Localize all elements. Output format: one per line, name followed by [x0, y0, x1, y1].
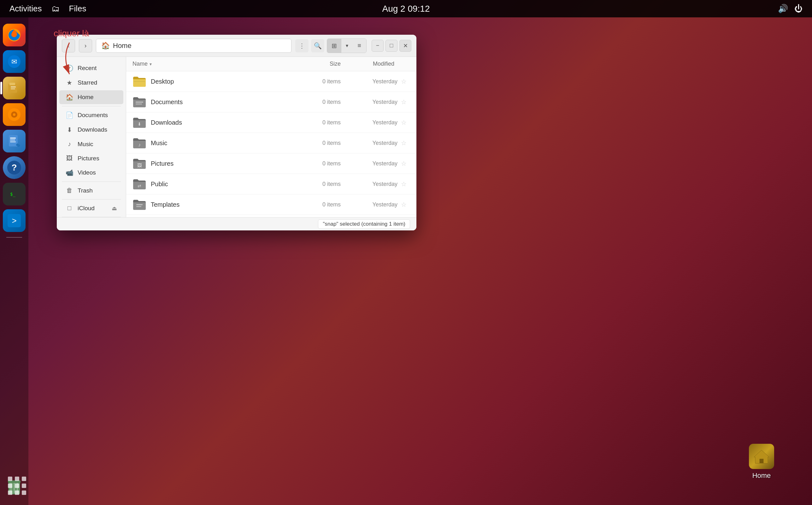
star-desktop[interactable]: ☆ [397, 77, 410, 85]
folder-icon-documents [132, 95, 147, 109]
file-row-music[interactable]: ♪ Music 0 items Yesterday ☆ [126, 133, 417, 153]
grid-view-button[interactable]: ⊞ [327, 39, 341, 53]
eject-icon[interactable]: ⏏ [112, 205, 117, 212]
svg-text:>: > [12, 216, 16, 225]
pictures-icon: 🖼 [66, 155, 73, 162]
file-manager-window: ‹ › 🏠 Home ⋮ 🔍 ⊞ ▾ ≡ [57, 35, 417, 230]
svg-rect-28 [136, 104, 142, 105]
file-modified-downloads: Yesterday [347, 119, 397, 126]
star-pictures[interactable]: ☆ [397, 160, 410, 167]
sidebar-item-trash[interactable]: 🗑 Trash [59, 184, 123, 197]
file-row-downloads[interactable]: ⬇ Downloads 0 items Yesterday ☆ [126, 112, 417, 133]
menu-button[interactable]: ⋮ [295, 39, 308, 52]
apps-grid-button[interactable] [8, 477, 27, 496]
file-modified-desktop: Yesterday [347, 78, 397, 85]
trash-icon: 🗑 [66, 187, 73, 194]
recent-icon: 🕐 [66, 64, 73, 72]
sidebar-label-music: Music [78, 141, 93, 148]
starred-icon: ★ [66, 79, 73, 87]
sidebar-item-music[interactable]: ♪ Music [59, 137, 123, 151]
file-modified-public: Yesterday [347, 181, 397, 187]
sidebar-item-home[interactable]: 🏠 Home [59, 90, 123, 104]
close-icon: ✕ [403, 42, 408, 49]
window-controls: − □ ✕ [371, 40, 412, 52]
sidebar-label-videos: Videos [78, 169, 96, 176]
dock-item-thunderbird[interactable]: ✉ [3, 50, 26, 73]
documents-icon: 📄 [66, 112, 73, 119]
search-button[interactable]: 🔍 [311, 39, 324, 52]
star-music[interactable]: ☆ [397, 139, 410, 147]
minimize-button[interactable]: − [371, 40, 383, 52]
topbar: Activities 🗂 Files Aug 2 09:12 🔊 ⏻ [0, 0, 812, 17]
power-icon[interactable]: ⏻ [794, 4, 803, 14]
dock-item-vscode[interactable]: > [3, 209, 26, 232]
volume-icon[interactable]: 🔊 [778, 4, 788, 14]
sidebar-label-recent: Recent [78, 65, 96, 72]
file-row-public[interactable]: ⇄ Public 0 items Yesterday ☆ [126, 174, 417, 194]
file-row-documents[interactable]: Documents 0 items Yesterday ☆ [126, 92, 417, 112]
minimize-icon: − [376, 42, 379, 49]
star-public[interactable]: ☆ [397, 180, 410, 188]
dock-item-firefox[interactable] [3, 24, 26, 46]
file-size-desktop: 0 items [303, 78, 347, 85]
location-bar[interactable]: 🏠 Home [96, 39, 291, 53]
music-icon: ♪ [66, 141, 73, 148]
sidebar-item-starred[interactable]: ★ Starred [59, 76, 123, 90]
file-name-templates: Templates [151, 201, 303, 208]
file-name-music: Music [151, 140, 303, 147]
svg-rect-33 [136, 204, 143, 205]
file-row-videos[interactable]: ▶ Videos 0 items Yesterday ☆ [126, 215, 417, 217]
svg-text:⇄: ⇄ [138, 183, 141, 188]
close-button[interactable]: ✕ [399, 40, 412, 52]
folder-icon: 🗂 [51, 4, 60, 14]
svg-text:♪: ♪ [138, 142, 141, 147]
files-label[interactable]: Files [69, 4, 86, 14]
dock-item-rhythmbox[interactable] [3, 103, 26, 126]
svg-rect-11 [10, 138, 16, 139]
file-row-desktop[interactable]: Desktop 0 items Yesterday ☆ [126, 71, 417, 92]
icloud-icon: □ [66, 204, 73, 212]
view-switcher: ⊞ ▾ ≡ [327, 38, 366, 53]
sidebar-item-icloud[interactable]: □ iCloud ⏏ [59, 201, 123, 215]
svg-rect-27 [136, 102, 143, 103]
view-dropdown-button[interactable]: ▾ [341, 39, 352, 53]
sidebar-item-videos[interactable]: 📹 Videos [59, 166, 123, 180]
file-size-music: 0 items [303, 140, 347, 146]
sidebar-item-pictures[interactable]: 🖼 Pictures [59, 152, 123, 165]
sidebar-item-downloads[interactable]: ⬇ Downloads [59, 123, 123, 137]
star-documents[interactable]: ☆ [397, 98, 410, 106]
forward-button[interactable]: › [79, 39, 92, 52]
file-row-templates[interactable]: Templates 0 items Yesterday ☆ [126, 194, 417, 215]
sidebar-item-documents[interactable]: 📄 Documents [59, 108, 123, 122]
svg-rect-12 [10, 140, 15, 141]
star-templates[interactable]: ☆ [397, 201, 410, 208]
file-size-pictures: 0 items [303, 160, 347, 167]
svg-text:⬇: ⬇ [138, 122, 141, 127]
svg-text:?: ? [11, 163, 17, 172]
dock-item-files[interactable] [3, 77, 26, 100]
maximize-button[interactable]: □ [385, 40, 397, 52]
back-button[interactable]: ‹ [62, 39, 75, 52]
dock-item-help[interactable]: ? [3, 156, 26, 179]
downloads-icon: ⬇ [66, 126, 73, 134]
dock-item-writer[interactable] [3, 130, 26, 152]
sidebar-item-recent[interactable]: 🕐 Recent [59, 61, 123, 75]
file-name-downloads: Downloads [151, 119, 303, 126]
file-modified-documents: Yesterday [347, 99, 397, 106]
file-row-pictures[interactable]: 🖼 Pictures 0 items Yesterday ☆ [126, 153, 417, 174]
list-icon: ≡ [357, 42, 361, 49]
sidebar-label-downloads: Downloads [78, 126, 107, 133]
column-modified[interactable]: Modified [347, 60, 410, 67]
activities-label[interactable]: Activities [9, 4, 42, 14]
dock-item-terminal[interactable]: $_ [3, 183, 26, 205]
column-size[interactable]: Size [303, 60, 347, 67]
desktop-home-icon[interactable]: Home [749, 444, 774, 480]
star-downloads[interactable]: ☆ [397, 119, 410, 126]
sidebar-label-starred: Starred [78, 79, 97, 86]
column-name[interactable]: Name ▾ [132, 60, 303, 67]
svg-rect-26 [134, 81, 145, 82]
file-name-documents: Documents [151, 99, 303, 106]
statusbar: "snap" selected (containing 1 item) [57, 217, 417, 230]
file-modified-music: Yesterday [347, 140, 397, 146]
list-view-button[interactable]: ≡ [352, 39, 366, 53]
